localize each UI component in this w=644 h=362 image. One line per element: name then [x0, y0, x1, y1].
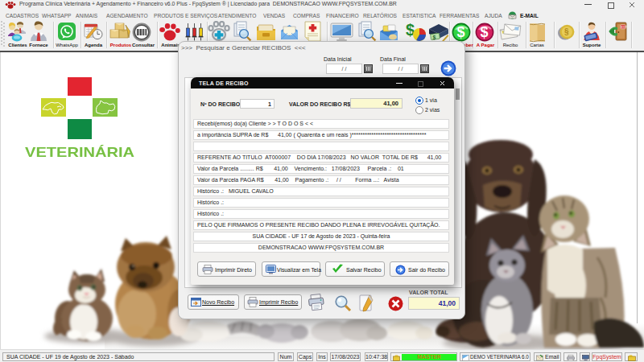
svg-text:$: $	[456, 24, 464, 40]
svg-text:$: $	[480, 24, 488, 40]
svg-text:EXIT: EXIT	[621, 26, 628, 29]
svg-text:§: §	[564, 27, 569, 36]
svg-text:$: $	[433, 35, 436, 41]
